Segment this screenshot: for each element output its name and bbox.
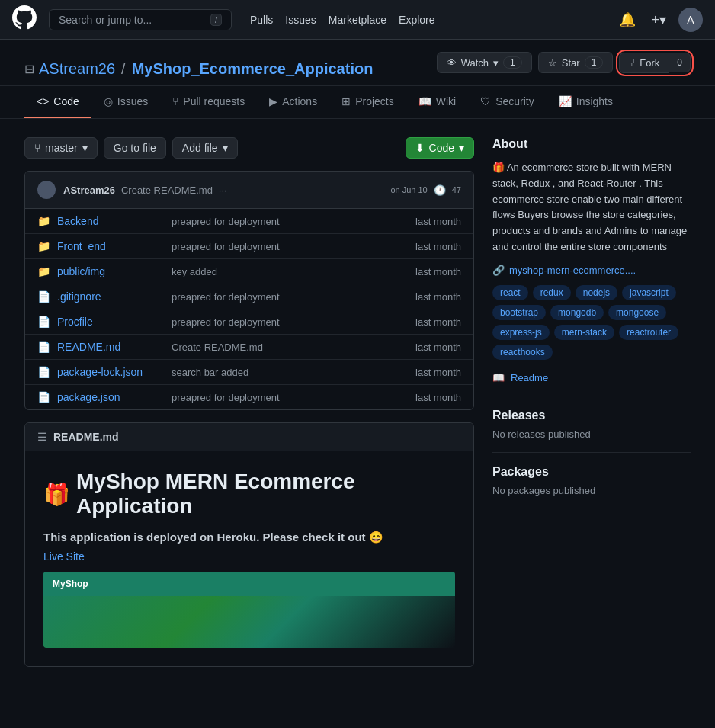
tab-issues[interactable]: ◎ Issues <box>91 86 160 118</box>
folder-icon: 📁 <box>37 265 50 277</box>
branch-bar: ⑂ master ▾ Go to file Add file ▾ ⬇ Code … <box>24 137 474 159</box>
fork-wrapper: ⑂ Fork 0 <box>619 53 691 73</box>
tab-wiki[interactable]: 📖 Wiki <box>406 86 468 118</box>
file-name-link[interactable]: Procfile <box>57 316 164 328</box>
watch-button[interactable]: 👁 Watch ▾ 1 <box>437 52 532 73</box>
repo-name-link[interactable]: MyShop_Ecommerce_Appication <box>132 60 374 78</box>
create-button[interactable]: +▾ <box>648 8 669 31</box>
star-button[interactable]: ☆ Star 1 <box>538 52 614 73</box>
avatar-text: A <box>687 14 694 26</box>
search-box[interactable]: Search or jump to... / <box>49 9 232 30</box>
tab-projects[interactable]: ⊞ Projects <box>329 86 406 118</box>
readme-description: This application is deployed on Heroku. … <box>43 531 455 544</box>
file-row: 📄 .gitignore preapred for deployment las… <box>25 284 473 309</box>
tab-actions[interactable]: ▶ Actions <box>257 86 329 118</box>
nav-marketplace[interactable]: Marketplace <box>329 14 386 26</box>
go-to-file-label: Go to file <box>114 142 156 154</box>
repo-right: About 🎁 An ecommerce store built with ME… <box>492 137 691 667</box>
tag-reactrouter[interactable]: reactrouter <box>619 325 678 340</box>
watch-icon: 👁 <box>447 57 457 69</box>
file-name-link[interactable]: Backend <box>57 215 164 227</box>
notifications-button[interactable]: 🔔 <box>616 8 639 31</box>
file-time: last month <box>415 291 461 303</box>
file-icon: 📄 <box>37 316 50 328</box>
tag-mongodb[interactable]: mongodb <box>550 305 604 320</box>
commit-message: Create README.md <box>121 184 213 196</box>
go-to-file-button[interactable]: Go to file <box>104 137 166 159</box>
file-table: AStream26 Create README.md ··· on Jun 10… <box>24 171 474 410</box>
add-file-button[interactable]: Add file ▾ <box>172 137 238 159</box>
tag-redux[interactable]: redux <box>533 285 571 300</box>
code-download-icon: ⬇ <box>415 142 425 154</box>
projects-icon: ⊞ <box>341 95 351 107</box>
tag-reacthooks[interactable]: reacthooks <box>492 345 553 360</box>
readme-sidebar-link[interactable]: Readme <box>511 372 548 383</box>
file-row: 📁 public/img key added last month <box>25 259 473 284</box>
fork-button[interactable]: ⑂ Fork <box>619 53 669 73</box>
packages-status: No packages published <box>492 485 691 496</box>
github-logo[interactable] <box>12 5 37 34</box>
tab-insights[interactable]: 📈 Insights <box>547 86 625 118</box>
commit-dots[interactable]: ··· <box>219 184 227 196</box>
file-row: 📁 Backend preapred for deployment last m… <box>25 209 473 234</box>
code-icon: <> <box>37 95 49 107</box>
tag-javascript[interactable]: javascript <box>622 285 676 300</box>
watch-label: Watch <box>461 57 489 69</box>
tab-code[interactable]: <> Code <box>24 86 91 118</box>
tag-express-js[interactable]: express-js <box>492 325 550 340</box>
avatar[interactable]: A <box>678 8 703 32</box>
code-button[interactable]: ⬇ Code ▾ <box>406 137 474 159</box>
file-commit: Create README.md <box>172 342 408 353</box>
file-row: 📄 package-lock.json search bar added las… <box>25 360 473 385</box>
nav-issues[interactable]: Issues <box>285 14 316 26</box>
file-row: 📄 Procfile preapred for deployment last … <box>25 309 473 335</box>
file-name-link[interactable]: public/img <box>57 265 164 277</box>
tag-bootstrap[interactable]: bootstrap <box>492 305 546 320</box>
branch-selector[interactable]: ⑂ master ▾ <box>24 137 98 159</box>
fork-count: 0 <box>669 53 691 72</box>
file-name-link[interactable]: package-lock.json <box>57 366 164 378</box>
tab-pull-requests[interactable]: ⑂ Pull requests <box>160 86 257 118</box>
nav-explore[interactable]: Explore <box>399 14 434 26</box>
tab-wiki-label: Wiki <box>436 95 456 107</box>
topnav: Search or jump to... / Pulls Issues Mark… <box>0 0 715 40</box>
folder-icon: 📁 <box>37 240 50 252</box>
topnav-right: 🔔 +▾ A <box>616 8 703 32</box>
watch-count: 1 <box>503 56 522 69</box>
tag-mongoose[interactable]: mongoose <box>608 305 666 320</box>
tags-container: react redux nodejs javascript bootstrap … <box>492 285 691 360</box>
readme-header-icon: ☰ <box>37 431 47 443</box>
search-kbd: / <box>210 14 222 26</box>
tag-mern-stack[interactable]: mern-stack <box>554 325 614 340</box>
file-time: last month <box>415 316 461 328</box>
commit-date: on Jun 10 <box>390 185 427 194</box>
commit-right: on Jun 10 🕐 47 <box>390 184 461 196</box>
file-name-link[interactable]: README.md <box>57 341 164 353</box>
repo-owner-link[interactable]: AStream26 <box>39 60 115 78</box>
commit-author: AStream26 <box>63 184 115 196</box>
branch-name: master <box>45 142 78 154</box>
file-name-link[interactable]: package.json <box>57 391 164 403</box>
readme-body: 🎁 MyShop MERN Ecommerce Application This… <box>25 451 473 666</box>
about-title: About <box>492 137 691 151</box>
file-name-link[interactable]: .gitignore <box>57 290 164 303</box>
tab-security[interactable]: 🛡 Security <box>468 86 547 118</box>
nav-pulls[interactable]: Pulls <box>250 14 273 26</box>
star-icon: ☆ <box>548 57 557 69</box>
code-button-label: Code <box>429 142 454 154</box>
star-count: 1 <box>585 56 604 69</box>
repo-left: ⑂ master ▾ Go to file Add file ▾ ⬇ Code … <box>24 137 474 667</box>
repo-actions: 👁 Watch ▾ 1 ☆ Star 1 ⑂ Fork 0 <box>437 52 691 85</box>
tag-nodejs[interactable]: nodejs <box>576 285 617 300</box>
tab-insights-label: Insights <box>576 95 613 107</box>
add-file-chevron: ▾ <box>223 142 228 154</box>
screenshot-bar-text: MyShop <box>53 579 88 589</box>
file-name-link[interactable]: Front_end <box>57 240 164 252</box>
readme-live-site-link[interactable]: Live Site <box>43 550 85 563</box>
readme-link-row: 📖 Readme <box>492 372 691 383</box>
tag-react[interactable]: react <box>492 285 528 300</box>
releases-title: Releases <box>492 409 691 422</box>
readme-desc-text: This application is deployed on Heroku. … <box>43 531 383 544</box>
about-website-link[interactable]: 🔗 myshop-mern-ecommerce.... <box>492 265 691 276</box>
file-icon: 📄 <box>37 366 50 378</box>
